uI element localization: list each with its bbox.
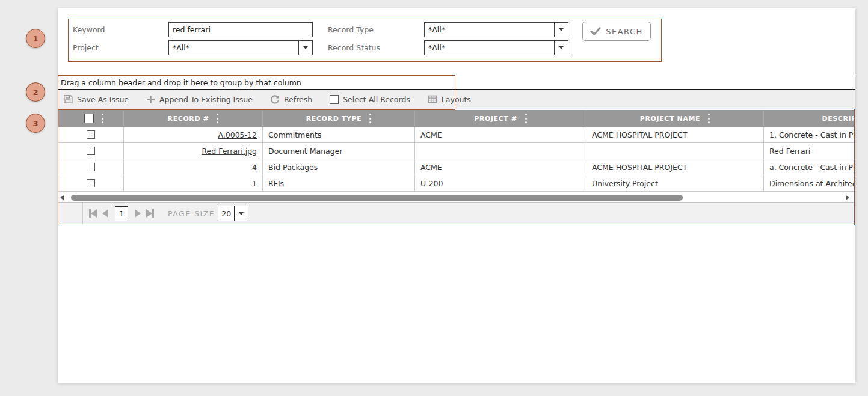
row-checkbox[interactable] <box>87 147 95 155</box>
scroll-left-icon[interactable] <box>58 195 66 200</box>
table-row: 4 Bid Packages ACME ACME HOSPITAL PROJEC… <box>58 159 855 175</box>
record-status-select[interactable]: *All* <box>424 40 568 55</box>
current-page-input[interactable]: 1 <box>115 206 128 221</box>
page-size-value: 20 <box>218 206 235 221</box>
record-type-cell: Bid Packages <box>263 159 415 175</box>
keyword-input[interactable] <box>168 22 313 37</box>
dropdown-arrow-icon[interactable] <box>554 23 568 37</box>
dropdown-arrow-icon[interactable] <box>298 41 312 55</box>
prev-page-button[interactable] <box>102 209 108 218</box>
record-type-cell: RFIs <box>263 175 415 191</box>
search-button[interactable]: SEARCH <box>582 22 651 41</box>
search-button-label: SEARCH <box>606 27 643 36</box>
group-by-hint-text: Drag a column header and drop it here to… <box>61 78 301 87</box>
record-type-select-value: *All* <box>425 25 554 34</box>
select-all-checkbox[interactable] <box>330 95 339 104</box>
header-project-no[interactable]: PROJECT # <box>415 110 586 127</box>
record-link[interactable]: 1 <box>252 179 257 188</box>
header-record-type[interactable]: RECORD TYPE <box>263 110 415 127</box>
annotation-marker-1: 1 <box>26 29 45 48</box>
layouts-button[interactable]: Layouts <box>428 94 471 104</box>
description-cell: Dimensions at Architect <box>764 175 855 191</box>
refresh-label: Refresh <box>284 95 312 104</box>
save-icon <box>63 94 73 104</box>
select-all-records-toggle[interactable]: Select All Records <box>330 95 410 104</box>
main-panel: Keyword Project *All* Record Type *All* … <box>58 8 855 383</box>
refresh-button[interactable]: Refresh <box>270 94 312 104</box>
scroll-right-icon[interactable] <box>843 195 852 200</box>
page-size-label: PAGE SIZE <box>168 209 215 218</box>
project-select-value: *All* <box>169 43 298 52</box>
project-name-cell <box>586 143 764 159</box>
append-to-existing-issue-label: Append To Existing Issue <box>159 95 253 104</box>
header-record-no[interactable]: RECORD # <box>124 110 263 127</box>
plus-icon <box>146 95 155 104</box>
project-no-cell <box>415 143 586 159</box>
save-as-issue-button[interactable]: Save As Issue <box>63 94 129 104</box>
record-type-cell: Commitments <box>263 127 415 142</box>
horizontal-scrollbar[interactable] <box>58 193 855 202</box>
last-page-button[interactable] <box>146 209 154 218</box>
first-page-button[interactable] <box>89 209 97 218</box>
dropdown-arrow-icon[interactable] <box>554 41 568 55</box>
project-name-cell: University Project <box>586 175 764 191</box>
description-cell: 1. Concrete - Cast in Pla <box>764 127 855 142</box>
project-no-cell: ACME <box>415 159 586 175</box>
column-menu-icon[interactable] <box>102 113 103 124</box>
save-as-issue-label: Save As Issue <box>77 95 129 104</box>
header-select-column <box>58 110 124 127</box>
pager: 1 <box>89 206 154 221</box>
project-select[interactable]: *All* <box>168 40 313 55</box>
record-status-select-value: *All* <box>425 43 554 52</box>
project-label: Project <box>73 43 99 52</box>
append-to-existing-issue-button[interactable]: Append To Existing Issue <box>146 95 253 104</box>
header-description[interactable]: DESCRIPTION <box>764 110 855 127</box>
record-link[interactable]: 4 <box>252 163 257 172</box>
group-by-drop-zone[interactable]: Drag a column header and drop it here to… <box>58 76 855 90</box>
header-checkbox[interactable] <box>84 114 94 123</box>
record-type-cell: Document Manager <box>263 143 415 159</box>
footer-divider <box>82 203 83 224</box>
keyword-label: Keyword <box>73 25 105 34</box>
layouts-icon <box>428 94 437 104</box>
screen: Keyword Project *All* Record Type *All* … <box>0 0 868 396</box>
column-menu-icon[interactable] <box>525 113 527 124</box>
column-menu-icon[interactable] <box>217 113 218 124</box>
table-row: A.0005-12 Commitments ACME ACME HOSPITAL… <box>58 127 855 143</box>
table-row: Red Ferrari.jpg Document Manager Red Fer… <box>58 143 855 159</box>
record-link[interactable]: A.0005-12 <box>218 130 257 139</box>
grid-header-row: RECORD # RECORD TYPE PROJECT # PROJECT N… <box>58 110 855 127</box>
project-no-cell: U-200 <box>415 175 586 191</box>
column-menu-icon[interactable] <box>708 113 710 124</box>
project-name-cell: ACME HOSPITAL PROJECT <box>586 127 764 142</box>
header-project-name[interactable]: PROJECT NAME <box>586 110 764 127</box>
project-no-cell: ACME <box>415 127 586 142</box>
record-link[interactable]: Red Ferrari.jpg <box>202 147 257 156</box>
dropdown-arrow-icon[interactable] <box>235 206 248 221</box>
next-page-button[interactable] <box>135 209 141 218</box>
record-type-label: Record Type <box>328 25 374 34</box>
check-icon <box>590 27 601 35</box>
annotation-marker-3: 3 <box>26 114 45 133</box>
annotation-marker-2: 2 <box>26 82 45 102</box>
page-size-select[interactable]: 20 <box>218 206 248 221</box>
row-checkbox[interactable] <box>87 130 95 139</box>
table-row: 1 RFIs U-200 University Project Dimensio… <box>58 175 855 192</box>
column-menu-icon[interactable] <box>369 113 371 124</box>
record-status-label: Record Status <box>328 43 380 52</box>
layouts-label: Layouts <box>442 95 471 104</box>
select-all-records-label: Select All Records <box>343 95 410 104</box>
grid-footer: 1 PAGE SIZE 20 <box>58 202 855 224</box>
description-cell: a. Concrete - Cast in Pla <box>764 159 855 175</box>
project-name-cell: ACME HOSPITAL PROJECT <box>586 159 764 175</box>
scrollbar-thumb[interactable] <box>71 195 683 201</box>
grid-toolbar: Save As Issue Append To Existing Issue R… <box>58 90 855 109</box>
row-checkbox[interactable] <box>87 179 95 187</box>
record-type-select[interactable]: *All* <box>424 22 568 37</box>
row-checkbox[interactable] <box>87 163 95 171</box>
description-cell: Red Ferrari <box>764 143 855 159</box>
records-grid: RECORD # RECORD TYPE PROJECT # PROJECT N… <box>58 110 855 192</box>
refresh-icon <box>270 94 280 104</box>
